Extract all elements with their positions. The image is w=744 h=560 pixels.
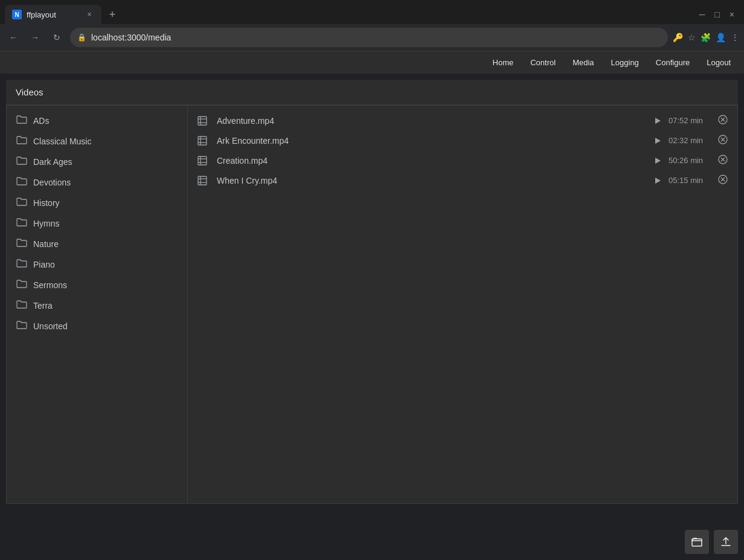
folder-icon xyxy=(16,238,27,250)
folder-name: Hymns xyxy=(33,219,60,228)
minimize-button[interactable]: ─ xyxy=(699,10,705,19)
refresh-button[interactable]: ↻ xyxy=(48,29,65,46)
folder-name: Sermons xyxy=(33,280,67,290)
lock-icon: 🔒 xyxy=(77,33,86,42)
forward-button[interactable]: → xyxy=(27,29,43,46)
nav-control[interactable]: Control xyxy=(523,55,563,70)
file-item[interactable]: Ark Encounter.mp4 02:32 min xyxy=(188,130,737,150)
folder-item[interactable]: Unsorted xyxy=(7,316,187,336)
svg-marker-12 xyxy=(655,138,661,144)
folder-icon xyxy=(16,259,27,271)
maximize-button[interactable]: □ xyxy=(714,10,719,19)
bookmark-icon[interactable]: ☆ xyxy=(688,33,696,42)
file-delete-button[interactable] xyxy=(718,175,728,186)
address-bar-row: ← → ↻ 🔒 localhost:3000/media 🔑 ☆ 🧩 👤 ⋮ xyxy=(0,24,744,51)
active-tab[interactable]: N ffplayout × xyxy=(5,5,101,24)
file-list: Adventure.mp4 07:52 min xyxy=(188,106,737,503)
folder-list: ADs Classical Music Dark Ages Devotion xyxy=(7,106,188,503)
folder-name: Unsorted xyxy=(33,321,68,331)
svg-rect-0 xyxy=(198,117,207,125)
close-button[interactable]: × xyxy=(730,10,734,19)
browser-chrome: N ffplayout × + ─ □ × ← → ↻ 🔒 localhost:… xyxy=(0,0,744,51)
folder-icon xyxy=(16,217,27,230)
content-area: ADs Classical Music Dark Ages Devotion xyxy=(6,105,738,504)
address-text: localhost:3000/media xyxy=(91,33,661,42)
folder-icon xyxy=(16,197,27,209)
tab-close-button[interactable]: × xyxy=(85,10,94,19)
svg-marker-4 xyxy=(655,118,661,124)
file-duration: 02:32 min xyxy=(669,136,711,145)
video-file-icon xyxy=(197,156,210,166)
svg-marker-28 xyxy=(655,178,661,184)
folder-item[interactable]: Terra xyxy=(7,295,187,316)
section-title: Videos xyxy=(6,80,738,105)
svg-marker-20 xyxy=(655,158,661,164)
file-play-button[interactable] xyxy=(654,177,661,184)
folder-name: Terra xyxy=(33,301,53,311)
folder-item[interactable]: Classical Music xyxy=(7,131,187,152)
key-icon[interactable]: 🔑 xyxy=(673,33,683,42)
video-file-icon xyxy=(197,116,210,126)
folder-item[interactable]: Devotions xyxy=(7,172,187,193)
folder-item[interactable]: Hymns xyxy=(7,213,187,234)
file-item[interactable]: Adventure.mp4 07:52 min xyxy=(188,111,737,130)
nav-logging[interactable]: Logging xyxy=(604,55,646,70)
folder-name: Devotions xyxy=(33,178,71,187)
menu-icon[interactable]: ⋮ xyxy=(731,33,739,42)
address-bar-actions: 🔑 ☆ 🧩 👤 ⋮ xyxy=(673,33,739,42)
folder-item[interactable]: History xyxy=(7,193,187,213)
folder-item[interactable]: Dark Ages xyxy=(7,152,187,172)
file-name: Creation.mp4 xyxy=(217,156,647,166)
svg-rect-8 xyxy=(198,137,207,145)
tab-title: ffplayout xyxy=(27,10,56,19)
tab-bar: N ffplayout × + ─ □ × xyxy=(0,0,744,24)
folder-item[interactable]: Sermons xyxy=(7,275,187,295)
nav-home[interactable]: Home xyxy=(486,55,521,70)
file-delete-button[interactable] xyxy=(718,115,728,126)
new-tab-button[interactable]: + xyxy=(104,6,121,23)
nav-configure[interactable]: Configure xyxy=(649,55,697,70)
folder-name: Dark Ages xyxy=(33,157,72,167)
file-delete-button[interactable] xyxy=(718,135,728,146)
folder-name: Nature xyxy=(33,239,59,249)
svg-rect-16 xyxy=(198,156,207,165)
file-name: Adventure.mp4 xyxy=(217,116,647,126)
folder-name: History xyxy=(33,198,60,208)
file-delete-button[interactable] xyxy=(718,155,728,166)
folder-icon xyxy=(16,176,27,188)
nav-media[interactable]: Media xyxy=(565,55,601,70)
file-item[interactable]: When I Cry.mp4 05:15 min xyxy=(188,170,737,190)
folder-icon xyxy=(16,115,27,127)
file-item[interactable]: Creation.mp4 50:26 min xyxy=(188,150,737,170)
folder-icon xyxy=(16,300,27,312)
profile-icon[interactable]: 👤 xyxy=(716,33,726,42)
file-name: When I Cry.mp4 xyxy=(217,176,647,185)
folder-name: Piano xyxy=(33,260,55,269)
file-duration: 07:52 min xyxy=(669,116,711,125)
video-file-icon xyxy=(197,176,210,185)
folder-icon xyxy=(16,320,27,332)
file-duration: 05:15 min xyxy=(669,176,711,185)
file-play-button[interactable] xyxy=(654,137,661,144)
video-file-icon xyxy=(197,136,210,146)
folder-item[interactable]: Piano xyxy=(7,254,187,275)
folder-item[interactable]: Nature xyxy=(7,234,187,254)
file-duration: 50:26 min xyxy=(669,156,711,165)
file-play-button[interactable] xyxy=(654,157,661,164)
back-button[interactable]: ← xyxy=(5,29,22,46)
address-bar[interactable]: 🔒 localhost:3000/media xyxy=(70,28,668,47)
folder-icon xyxy=(16,279,27,291)
app-nav: Home Control Media Logging Configure Log… xyxy=(0,51,744,74)
nav-logout[interactable]: Logout xyxy=(699,55,738,70)
file-play-button[interactable] xyxy=(654,117,661,124)
svg-rect-24 xyxy=(198,176,207,185)
extension-icon[interactable]: 🧩 xyxy=(701,33,711,42)
main-content: Videos ADs Classical Music xyxy=(6,80,738,504)
folder-icon xyxy=(16,156,27,168)
folder-icon xyxy=(16,135,27,147)
window-controls: ─ □ × xyxy=(699,10,739,19)
folder-name: Classical Music xyxy=(33,137,91,146)
folder-name: ADs xyxy=(33,116,49,126)
folder-item[interactable]: ADs xyxy=(7,111,187,131)
tab-favicon: N xyxy=(12,10,22,19)
